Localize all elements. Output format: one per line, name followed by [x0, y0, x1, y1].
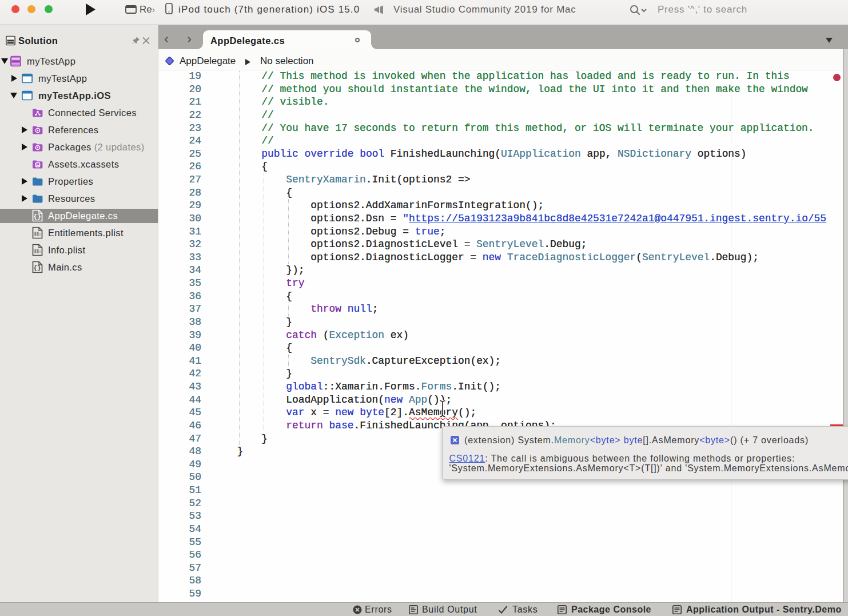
svg-text:{}: {}: [33, 265, 41, 272]
svg-text:{}: {}: [33, 213, 41, 220]
